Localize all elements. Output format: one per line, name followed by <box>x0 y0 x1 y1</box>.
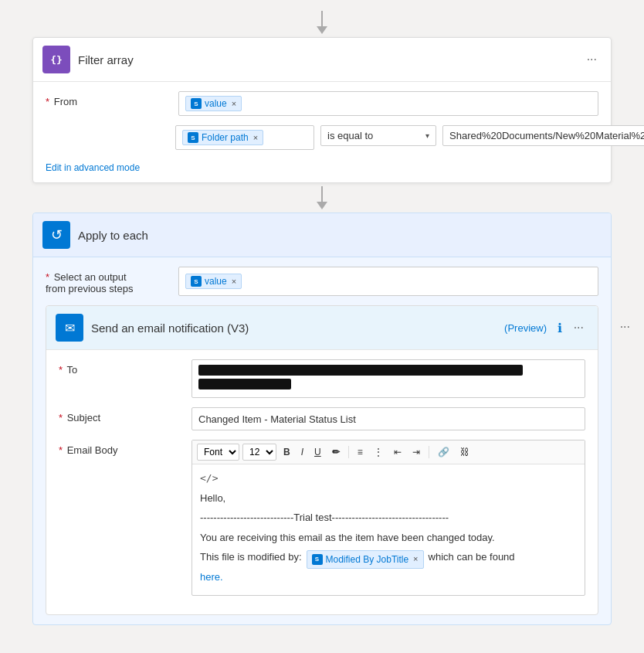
apply-to-each-body: * Select an output from previous steps S… <box>33 257 611 624</box>
from-value-token[interactable]: S value × <box>185 96 242 111</box>
filter-array-header: {} Filter array ··· <box>33 38 611 82</box>
from-token-close[interactable]: × <box>230 100 236 108</box>
modified-by-token-icon: S <box>312 554 323 565</box>
apply-to-each-card: ↺ Apply to each ··· * Select an output f… <box>32 213 612 625</box>
redacted-bar-1 <box>198 365 523 376</box>
ordered-list-button[interactable]: ⋮ <box>370 444 387 460</box>
filter-array-card: {} Filter array ··· * From S value × <box>32 37 612 183</box>
toolbar-divider-2 <box>429 446 429 458</box>
editor-content-area[interactable]: </> Hello, ----------------------------T… <box>192 464 585 595</box>
apply-to-each-icon: ↺ <box>42 221 70 249</box>
email-preview-tag: (Preview) <box>504 322 547 334</box>
subject-label: * Subject <box>59 407 182 423</box>
from-field-row: * From S value × <box>46 91 598 116</box>
highlight-button[interactable]: ✏ <box>328 444 344 460</box>
select-output-input[interactable]: S value × <box>178 267 598 296</box>
code-tag: </> <box>200 471 577 486</box>
filter-array-icon: {} <box>42 46 70 73</box>
email-body-row: * Email Body Font 12 B <box>59 440 585 596</box>
email-card-body: * To * S <box>46 350 598 614</box>
email-body-label: * Email Body <box>59 440 182 456</box>
select-output-label: * Select an output from previous steps <box>46 267 169 294</box>
trial-text: ----------------------------Trial test--… <box>200 510 577 525</box>
body-line3-prefix: This file is modified by: <box>200 549 302 565</box>
font-size-select[interactable]: 12 <box>242 444 276 461</box>
condition-value-input[interactable]: Shared%20Documents/New%20Material%20Stat… <box>442 125 644 146</box>
indent-right-button[interactable]: ⇥ <box>408 444 424 460</box>
filter-array-title: Filter array <box>78 53 602 66</box>
output-token-icon: S <box>191 276 202 287</box>
advanced-mode-link[interactable]: Edit in advanced mode <box>46 162 140 173</box>
here-link[interactable]: here. <box>200 570 577 585</box>
email-notification-card: ✉ Send an email notification (V3) (Previ… <box>46 305 598 615</box>
email-info-button[interactable]: ℹ <box>554 318 565 338</box>
hello-text: Hello, <box>200 491 577 506</box>
unordered-list-button[interactable]: ≡ <box>354 444 367 460</box>
condition-row: S Folder path × is equal to ▾ Shared%20D… <box>46 125 598 150</box>
apply-to-each-title: Apply to each <box>78 229 602 242</box>
to-field-row: * To <box>59 359 585 398</box>
apply-to-each-header: ↺ Apply to each ··· <box>33 213 611 257</box>
to-input[interactable] <box>192 359 585 398</box>
font-select[interactable]: Font <box>197 444 239 461</box>
underline-button[interactable]: U <box>310 444 325 460</box>
link-button[interactable]: 🔗 <box>434 444 453 460</box>
output-token-close[interactable]: × <box>230 277 236 286</box>
folder-path-icon: S <box>188 132 198 143</box>
to-redacted-content <box>198 365 578 389</box>
from-token-icon: S <box>191 98 202 109</box>
to-label: * To <box>59 359 182 376</box>
toolbar-divider-1 <box>348 446 349 458</box>
subject-input[interactable]: Changed Item - Material Status List <box>192 407 585 430</box>
email-body-editor[interactable]: Font 12 B I U ✏ ≡ <box>192 440 585 596</box>
email-card-title: Send an email notification (V3) <box>91 321 492 335</box>
body-line2: You are receiving this email as the item… <box>200 530 577 546</box>
modified-by-row: This file is modified by: S Modified By … <box>200 549 577 570</box>
subject-field-row: * Subject Changed Item - Material Status… <box>59 407 585 430</box>
email-card-header: ✉ Send an email notification (V3) (Previ… <box>46 306 598 350</box>
folder-path-token-close[interactable]: × <box>252 134 258 142</box>
folder-path-token-input[interactable]: S Folder path × <box>175 125 314 150</box>
top-arrow-connector <box>317 11 327 34</box>
from-label: * From <box>46 91 169 107</box>
condition-operator-select[interactable]: is equal to ▾ <box>320 125 436 146</box>
redacted-bar-2 <box>198 379 291 389</box>
italic-button[interactable]: I <box>297 444 307 460</box>
operator-chevron-icon: ▾ <box>425 131 429 140</box>
middle-arrow-connector <box>317 186 327 209</box>
indent-left-button[interactable]: ⇤ <box>390 444 405 460</box>
unlink-button[interactable]: ⛓ <box>456 444 473 460</box>
editor-toolbar: Font 12 B I U ✏ ≡ <box>192 440 585 464</box>
email-card-icon: ✉ <box>56 314 83 342</box>
filter-array-menu-button[interactable]: ··· <box>582 49 602 70</box>
modified-by-token-close[interactable]: × <box>412 555 418 563</box>
modified-by-token[interactable]: S Modified By JobTitle × <box>307 550 424 569</box>
output-value-token[interactable]: S value × <box>185 274 242 289</box>
folder-path-token[interactable]: S Folder path × <box>182 130 263 145</box>
select-output-row: * Select an output from previous steps S… <box>46 267 598 296</box>
bold-button[interactable]: B <box>280 444 294 460</box>
email-menu-button[interactable]: ··· <box>569 318 588 338</box>
from-input[interactable]: S value × <box>178 91 598 116</box>
filter-array-body: * From S value × S Folder path <box>33 82 611 182</box>
body-line3-suffix: which can be found <box>429 549 515 565</box>
apply-to-each-menu-button[interactable]: ··· <box>615 317 635 337</box>
